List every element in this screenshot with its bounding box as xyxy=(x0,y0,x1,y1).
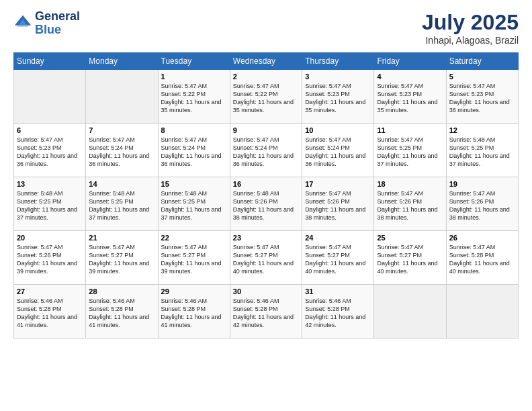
week-row-5: 27Sunrise: 5:46 AM Sunset: 5:28 PM Dayli… xyxy=(14,285,519,338)
calendar-cell: 1Sunrise: 5:47 AM Sunset: 5:22 PM Daylig… xyxy=(158,70,230,124)
calendar-cell: 25Sunrise: 5:47 AM Sunset: 5:27 PM Dayli… xyxy=(374,231,446,285)
day-number: 31 xyxy=(305,287,371,295)
logo-text: General Blue xyxy=(35,10,80,37)
day-number: 2 xyxy=(233,73,299,81)
calendar-cell xyxy=(374,285,446,338)
day-number: 11 xyxy=(377,126,443,134)
day-info: Sunrise: 5:47 AM Sunset: 5:25 PM Dayligh… xyxy=(377,136,443,169)
day-info: Sunrise: 5:47 AM Sunset: 5:26 PM Dayligh… xyxy=(449,189,515,222)
calendar-cell: 24Sunrise: 5:47 AM Sunset: 5:27 PM Dayli… xyxy=(302,231,374,285)
day-info: Sunrise: 5:47 AM Sunset: 5:27 PM Dayligh… xyxy=(161,243,227,276)
day-number: 22 xyxy=(161,234,227,242)
day-info: Sunrise: 5:47 AM Sunset: 5:24 PM Dayligh… xyxy=(233,136,299,169)
day-info: Sunrise: 5:47 AM Sunset: 5:23 PM Dayligh… xyxy=(449,82,515,115)
day-number: 28 xyxy=(89,287,154,295)
logo-line2: Blue xyxy=(35,24,80,37)
calendar-cell: 13Sunrise: 5:48 AM Sunset: 5:25 PM Dayli… xyxy=(14,177,86,231)
calendar-cell: 30Sunrise: 5:46 AM Sunset: 5:28 PM Dayli… xyxy=(230,285,302,338)
day-info: Sunrise: 5:47 AM Sunset: 5:23 PM Dayligh… xyxy=(17,136,83,169)
day-info: Sunrise: 5:47 AM Sunset: 5:23 PM Dayligh… xyxy=(305,82,371,115)
calendar-cell: 12Sunrise: 5:48 AM Sunset: 5:25 PM Dayli… xyxy=(446,124,518,177)
calendar-cell: 10Sunrise: 5:47 AM Sunset: 5:24 PM Dayli… xyxy=(302,124,374,177)
week-row-1: 1Sunrise: 5:47 AM Sunset: 5:22 PM Daylig… xyxy=(14,70,519,124)
day-info: Sunrise: 5:46 AM Sunset: 5:28 PM Dayligh… xyxy=(89,297,154,330)
day-number: 12 xyxy=(449,126,515,134)
calendar-cell: 17Sunrise: 5:47 AM Sunset: 5:26 PM Dayli… xyxy=(302,177,374,231)
day-number: 29 xyxy=(161,287,227,295)
page: General Blue July 2025 Inhapi, Alagoas, … xyxy=(0,0,532,411)
day-info: Sunrise: 5:47 AM Sunset: 5:24 PM Dayligh… xyxy=(89,136,154,169)
logo-line1: General xyxy=(35,10,80,24)
calendar-cell: 6Sunrise: 5:47 AM Sunset: 5:23 PM Daylig… xyxy=(14,124,86,177)
day-number: 20 xyxy=(17,234,83,242)
day-number: 17 xyxy=(305,180,371,188)
col-header-thursday: Thursday xyxy=(302,53,374,70)
calendar-cell: 4Sunrise: 5:47 AM Sunset: 5:23 PM Daylig… xyxy=(374,70,446,124)
calendar-cell: 14Sunrise: 5:48 AM Sunset: 5:25 PM Dayli… xyxy=(86,177,158,231)
day-info: Sunrise: 5:47 AM Sunset: 5:26 PM Dayligh… xyxy=(377,189,443,222)
calendar-table: SundayMondayTuesdayWednesdayThursdayFrid… xyxy=(13,52,519,338)
col-header-wednesday: Wednesday xyxy=(230,53,302,70)
day-number: 19 xyxy=(449,180,515,188)
calendar-cell: 23Sunrise: 5:47 AM Sunset: 5:27 PM Dayli… xyxy=(230,231,302,285)
day-info: Sunrise: 5:48 AM Sunset: 5:25 PM Dayligh… xyxy=(17,189,83,222)
day-number: 14 xyxy=(89,180,154,188)
col-header-friday: Friday xyxy=(374,53,446,70)
day-number: 18 xyxy=(377,180,443,188)
day-info: Sunrise: 5:47 AM Sunset: 5:26 PM Dayligh… xyxy=(305,189,371,222)
day-number: 10 xyxy=(305,126,371,134)
calendar-cell: 2Sunrise: 5:47 AM Sunset: 5:22 PM Daylig… xyxy=(230,70,302,124)
day-number: 30 xyxy=(233,287,299,295)
day-number: 25 xyxy=(377,234,443,242)
col-header-monday: Monday xyxy=(86,53,158,70)
month-title: July 2025 xyxy=(422,10,519,35)
calendar-cell: 3Sunrise: 5:47 AM Sunset: 5:23 PM Daylig… xyxy=(302,70,374,124)
day-number: 13 xyxy=(17,180,83,188)
day-info: Sunrise: 5:47 AM Sunset: 5:23 PM Dayligh… xyxy=(377,82,443,115)
title-block: July 2025 Inhapi, Alagoas, Brazil xyxy=(422,10,519,46)
calendar-cell: 22Sunrise: 5:47 AM Sunset: 5:27 PM Dayli… xyxy=(158,231,230,285)
calendar-cell: 27Sunrise: 5:46 AM Sunset: 5:28 PM Dayli… xyxy=(14,285,86,338)
day-info: Sunrise: 5:46 AM Sunset: 5:28 PM Dayligh… xyxy=(305,297,371,330)
day-info: Sunrise: 5:46 AM Sunset: 5:28 PM Dayligh… xyxy=(17,297,83,330)
day-info: Sunrise: 5:47 AM Sunset: 5:27 PM Dayligh… xyxy=(233,243,299,276)
calendar-cell: 8Sunrise: 5:47 AM Sunset: 5:24 PM Daylig… xyxy=(158,124,230,177)
calendar-cell: 11Sunrise: 5:47 AM Sunset: 5:25 PM Dayli… xyxy=(374,124,446,177)
day-info: Sunrise: 5:48 AM Sunset: 5:25 PM Dayligh… xyxy=(449,136,515,169)
day-number: 9 xyxy=(233,126,299,134)
calendar-cell: 9Sunrise: 5:47 AM Sunset: 5:24 PM Daylig… xyxy=(230,124,302,177)
day-number: 5 xyxy=(449,73,515,81)
calendar-cell: 31Sunrise: 5:46 AM Sunset: 5:28 PM Dayli… xyxy=(302,285,374,338)
day-info: Sunrise: 5:48 AM Sunset: 5:25 PM Dayligh… xyxy=(89,189,154,222)
day-number: 21 xyxy=(89,234,154,242)
day-info: Sunrise: 5:46 AM Sunset: 5:28 PM Dayligh… xyxy=(233,297,299,330)
day-number: 7 xyxy=(89,126,154,134)
header: General Blue July 2025 Inhapi, Alagoas, … xyxy=(13,10,519,46)
day-info: Sunrise: 5:47 AM Sunset: 5:26 PM Dayligh… xyxy=(17,243,83,276)
calendar-cell: 28Sunrise: 5:46 AM Sunset: 5:28 PM Dayli… xyxy=(86,285,158,338)
day-number: 8 xyxy=(161,126,227,134)
day-info: Sunrise: 5:48 AM Sunset: 5:25 PM Dayligh… xyxy=(161,189,227,222)
day-info: Sunrise: 5:47 AM Sunset: 5:27 PM Dayligh… xyxy=(377,243,443,276)
calendar-cell: 21Sunrise: 5:47 AM Sunset: 5:27 PM Dayli… xyxy=(86,231,158,285)
col-header-tuesday: Tuesday xyxy=(158,53,230,70)
day-info: Sunrise: 5:47 AM Sunset: 5:22 PM Dayligh… xyxy=(161,82,227,115)
col-header-sunday: Sunday xyxy=(14,53,86,70)
calendar-cell: 19Sunrise: 5:47 AM Sunset: 5:26 PM Dayli… xyxy=(446,177,518,231)
day-info: Sunrise: 5:47 AM Sunset: 5:27 PM Dayligh… xyxy=(89,243,154,276)
day-info: Sunrise: 5:48 AM Sunset: 5:26 PM Dayligh… xyxy=(233,189,299,222)
calendar-cell: 20Sunrise: 5:47 AM Sunset: 5:26 PM Dayli… xyxy=(14,231,86,285)
week-row-4: 20Sunrise: 5:47 AM Sunset: 5:26 PM Dayli… xyxy=(14,231,519,285)
week-row-3: 13Sunrise: 5:48 AM Sunset: 5:25 PM Dayli… xyxy=(14,177,519,231)
week-row-2: 6Sunrise: 5:47 AM Sunset: 5:23 PM Daylig… xyxy=(14,124,519,177)
calendar-header-row: SundayMondayTuesdayWednesdayThursdayFrid… xyxy=(14,53,519,70)
day-number: 4 xyxy=(377,73,443,81)
day-number: 24 xyxy=(305,234,371,242)
location: Inhapi, Alagoas, Brazil xyxy=(422,35,519,46)
calendar-cell: 26Sunrise: 5:47 AM Sunset: 5:28 PM Dayli… xyxy=(446,231,518,285)
day-number: 15 xyxy=(161,180,227,188)
day-number: 6 xyxy=(17,126,83,134)
calendar-cell xyxy=(86,70,158,124)
col-header-saturday: Saturday xyxy=(446,53,518,70)
calendar-cell: 5Sunrise: 5:47 AM Sunset: 5:23 PM Daylig… xyxy=(446,70,518,124)
